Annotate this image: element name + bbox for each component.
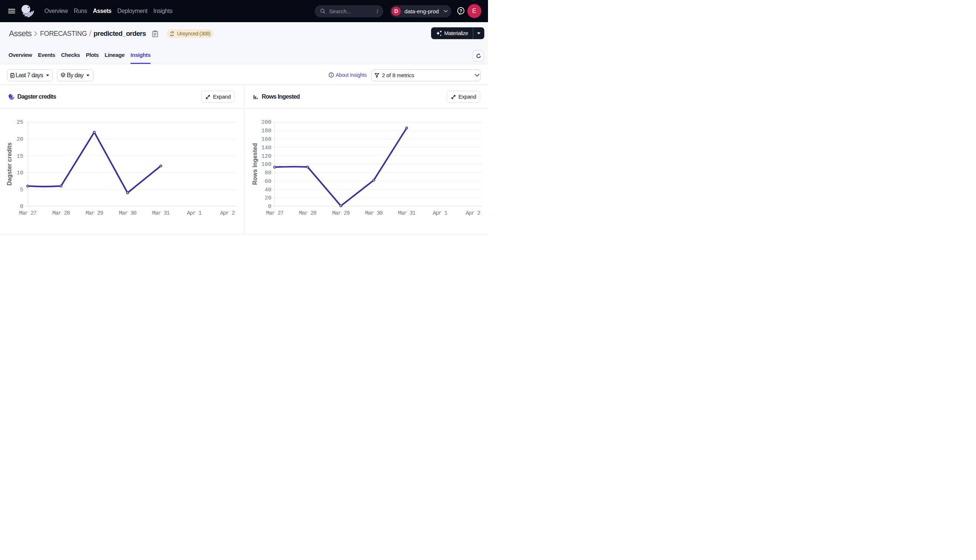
svg-text:Mar 28: Mar 28 (52, 210, 70, 217)
svg-text:60: 60 (265, 178, 271, 185)
svg-text:40: 40 (265, 187, 271, 193)
svg-text:10: 10 (17, 170, 23, 176)
svg-text:Apr 1: Apr 1 (433, 210, 447, 217)
svg-text:?: ? (460, 8, 463, 14)
svg-text:Mar 31: Mar 31 (152, 210, 170, 217)
svg-text:Mar 28: Mar 28 (299, 210, 317, 217)
svg-text:80: 80 (265, 170, 271, 176)
svg-text:120: 120 (261, 153, 271, 160)
svg-text:Apr 1: Apr 1 (187, 210, 202, 217)
svg-text:Apr 2: Apr 2 (465, 210, 480, 217)
svg-text:25: 25 (17, 119, 23, 126)
svg-text:0: 0 (20, 203, 23, 210)
svg-text:5: 5 (20, 187, 23, 193)
svg-text:Mar 30: Mar 30 (365, 210, 383, 217)
svg-text:Mar 27: Mar 27 (19, 210, 37, 217)
svg-text:180: 180 (261, 128, 271, 134)
svg-text:Mar 31: Mar 31 (398, 210, 416, 217)
svg-text:Mar 29: Mar 29 (333, 210, 350, 217)
svg-text:Rows Ingested: Rows Ingested (252, 143, 258, 185)
svg-text:Mar 29: Mar 29 (86, 210, 103, 217)
svg-text:20: 20 (17, 136, 23, 143)
svg-text:15: 15 (17, 153, 23, 160)
svg-text:0: 0 (268, 203, 271, 210)
svg-text:20: 20 (265, 195, 271, 201)
svg-text:Mar 30: Mar 30 (119, 210, 137, 217)
svg-text:Mar 27: Mar 27 (266, 210, 284, 217)
svg-text:Apr 2: Apr 2 (220, 210, 234, 217)
svg-text:160: 160 (261, 136, 271, 143)
svg-text:Dagster credits: Dagster credits (6, 143, 13, 186)
svg-text:200: 200 (261, 119, 271, 126)
svg-text:140: 140 (261, 145, 271, 151)
svg-text:100: 100 (261, 162, 271, 168)
